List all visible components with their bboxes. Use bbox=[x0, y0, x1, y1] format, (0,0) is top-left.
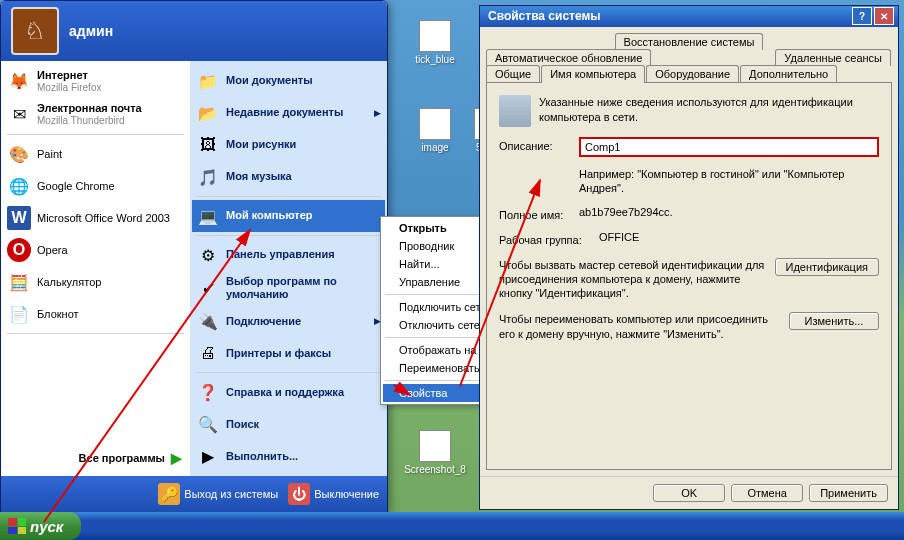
sm-opera[interactable]: OOpera bbox=[3, 234, 188, 266]
paint-icon: 🎨 bbox=[7, 142, 31, 166]
shutdown-button[interactable]: ⏻Выключение bbox=[288, 483, 379, 505]
folder-icon: ▶ bbox=[196, 444, 220, 468]
sm-word[interactable]: WMicrosoft Office Word 2003 bbox=[3, 202, 188, 234]
tab-panel: Указанные ниже сведения используются для… bbox=[486, 82, 892, 470]
sm-item[interactable]: 💻Мой компьютер bbox=[192, 200, 385, 232]
sm-item[interactable]: 🖼Мои рисунки bbox=[192, 129, 385, 161]
tab-hardware[interactable]: Оборудование bbox=[646, 65, 739, 83]
folder-icon: 💻 bbox=[196, 204, 220, 228]
sm-item[interactable]: 🖨Принтеры и факсы bbox=[192, 337, 385, 369]
user-avatar: ♘ bbox=[11, 7, 59, 55]
desktop-icon[interactable]: tick_blue bbox=[400, 20, 470, 65]
sm-item[interactable]: 🔌Подключение▶ bbox=[192, 305, 385, 337]
description-label: Описание: bbox=[499, 137, 579, 152]
fullname-value: ab1b79ee7b294cc. bbox=[579, 206, 879, 218]
change-text: Чтобы переименовать компьютер или присое… bbox=[499, 312, 789, 341]
calculator-icon: 🧮 bbox=[7, 270, 31, 294]
start-menu-footer: 🔑Выход из системы ⏻Выключение bbox=[1, 476, 387, 512]
file-icon bbox=[419, 108, 451, 140]
word-icon: W bbox=[7, 206, 31, 230]
computer-icon bbox=[499, 95, 531, 127]
help-button[interactable]: ? bbox=[852, 7, 872, 25]
tab-computername[interactable]: Имя компьютера bbox=[541, 65, 645, 83]
tab-general[interactable]: Общие bbox=[486, 65, 540, 83]
user-name: админ bbox=[69, 23, 113, 39]
opera-icon: O bbox=[7, 238, 31, 262]
start-menu-right: 📁Мои документы📂Недавние документы▶🖼Мои р… bbox=[190, 61, 387, 476]
start-menu-left: 🦊ИнтернетMozilla Firefox ✉Электронная по… bbox=[1, 61, 190, 476]
ok-button[interactable]: OK bbox=[653, 484, 725, 502]
sm-item[interactable]: ▶Выполнить... bbox=[192, 440, 385, 472]
notepad-icon: 📄 bbox=[7, 302, 31, 326]
sm-item[interactable]: 🎵Моя музыка bbox=[192, 161, 385, 193]
sm-calc[interactable]: 🧮Калькулятор bbox=[3, 266, 188, 298]
identification-button[interactable]: Идентификация bbox=[775, 258, 879, 276]
window-titlebar[interactable]: Свойства системы ? ✕ bbox=[480, 6, 898, 27]
separator bbox=[7, 134, 184, 135]
chrome-icon: 🌐 bbox=[7, 174, 31, 198]
file-icon bbox=[419, 20, 451, 52]
window-footer: OK Отмена Применить bbox=[480, 476, 898, 509]
intro-text: Указанные ниже сведения используются для… bbox=[539, 95, 879, 127]
tab-remote[interactable]: Удаленные сеансы bbox=[775, 49, 891, 66]
start-menu: ♘ админ 🦊ИнтернетMozilla Firefox ✉Электр… bbox=[0, 0, 388, 513]
firefox-icon: 🦊 bbox=[7, 70, 31, 94]
sm-item[interactable]: 📂Недавние документы▶ bbox=[192, 97, 385, 129]
start-button[interactable]: пуск bbox=[0, 512, 81, 540]
sm-notepad[interactable]: 📄Блокнот bbox=[3, 298, 188, 330]
arrow-right-icon: ▶ bbox=[171, 450, 182, 466]
folder-icon: 🎵 bbox=[196, 165, 220, 189]
cancel-button[interactable]: Отмена bbox=[731, 484, 803, 502]
sm-item[interactable]: ✔Выбор программ по умолчанию bbox=[192, 271, 385, 305]
all-programs[interactable]: Все программы▶ bbox=[3, 444, 188, 472]
window-title: Свойства системы bbox=[488, 9, 601, 23]
folder-icon: 🖼 bbox=[196, 133, 220, 157]
change-button[interactable]: Изменить... bbox=[789, 312, 879, 330]
logoff-button[interactable]: 🔑Выход из системы bbox=[158, 483, 278, 505]
tab-advanced[interactable]: Дополнительно bbox=[740, 65, 837, 83]
close-button[interactable]: ✕ bbox=[874, 7, 894, 25]
sm-item[interactable]: ❓Справка и поддержка bbox=[192, 376, 385, 408]
sm-paint[interactable]: 🎨Paint bbox=[3, 138, 188, 170]
logoff-icon: 🔑 bbox=[158, 483, 180, 505]
folder-icon: ❓ bbox=[196, 380, 220, 404]
folder-icon: 📂 bbox=[196, 101, 220, 125]
separator bbox=[196, 372, 381, 373]
tab-restore[interactable]: Восстановление системы bbox=[615, 33, 764, 50]
separator bbox=[7, 333, 184, 334]
thunderbird-icon: ✉ bbox=[7, 103, 31, 127]
fullname-label: Полное имя: bbox=[499, 206, 579, 221]
sm-chrome[interactable]: 🌐Google Chrome bbox=[3, 170, 188, 202]
description-hint: Например: "Компьютер в гостиной" или "Ко… bbox=[579, 167, 879, 196]
folder-icon: 🖨 bbox=[196, 341, 220, 365]
folder-icon: 🔌 bbox=[196, 309, 220, 333]
workgroup-value: OFFICE bbox=[599, 231, 879, 243]
start-menu-header: ♘ админ bbox=[1, 1, 387, 61]
folder-icon: ⚙ bbox=[196, 243, 220, 267]
desktop-icon[interactable]: Screenshot_8 bbox=[400, 430, 470, 475]
system-properties-window: Свойства системы ? ✕ Восстановление сист… bbox=[479, 5, 899, 510]
taskbar: пуск bbox=[0, 512, 904, 540]
sm-internet[interactable]: 🦊ИнтернетMozilla Firefox bbox=[3, 65, 188, 98]
sm-email[interactable]: ✉Электронная почтаMozilla Thunderbird bbox=[3, 98, 188, 131]
separator bbox=[196, 235, 381, 236]
folder-icon: 📁 bbox=[196, 69, 220, 93]
windows-logo-icon bbox=[8, 518, 26, 534]
sm-item[interactable]: ⚙Панель управления bbox=[192, 239, 385, 271]
folder-icon: ✔ bbox=[196, 276, 220, 300]
folder-icon: 🔍 bbox=[196, 412, 220, 436]
workgroup-label: Рабочая группа: bbox=[499, 231, 599, 246]
arrow-right-icon: ▶ bbox=[374, 108, 381, 118]
apply-button[interactable]: Применить bbox=[809, 484, 888, 502]
sm-item[interactable]: 📁Мои документы bbox=[192, 65, 385, 97]
separator bbox=[196, 196, 381, 197]
description-input[interactable] bbox=[579, 137, 879, 157]
sm-item[interactable]: 🔍Поиск bbox=[192, 408, 385, 440]
file-icon bbox=[419, 430, 451, 462]
tab-autoupdate[interactable]: Автоматическое обновление bbox=[486, 49, 651, 66]
shutdown-icon: ⏻ bbox=[288, 483, 310, 505]
identification-text: Чтобы вызвать мастер сетевой идентификац… bbox=[499, 258, 775, 301]
